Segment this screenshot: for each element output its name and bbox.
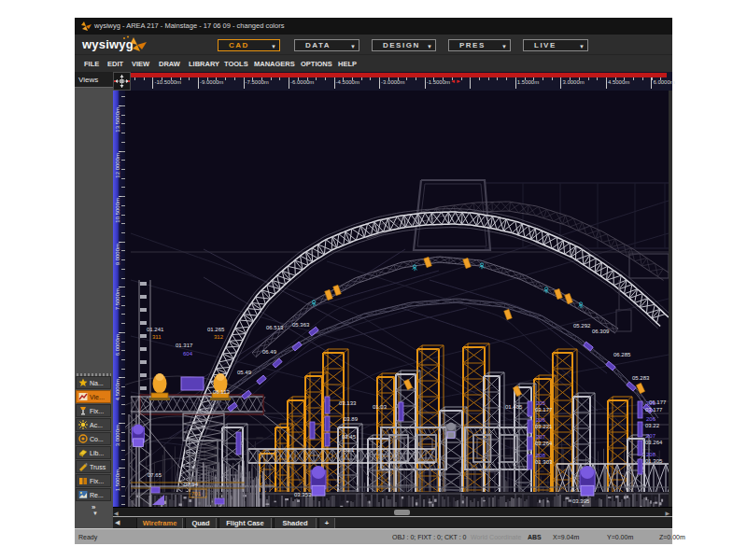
svg-text:07.94: 07.94 (184, 482, 199, 487)
svg-text:01.405: 01.405 (505, 404, 523, 410)
svg-text:03.133: 03.133 (339, 400, 357, 406)
svg-text:311: 311 (152, 334, 162, 340)
svg-text:208: 208 (536, 453, 546, 458)
svg-text:03.221: 03.221 (535, 424, 553, 429)
svg-text:03.264: 03.264 (645, 440, 663, 445)
svg-text:01.305: 01.305 (645, 458, 663, 464)
svg-text:03.89: 03.89 (344, 416, 359, 422)
svg-text:208: 208 (646, 452, 656, 457)
svg-text:206: 206 (646, 416, 656, 422)
svg-text:05.292: 05.292 (573, 323, 591, 329)
svg-text:03.353: 03.353 (294, 492, 312, 497)
svg-text:03.1: 03.1 (344, 447, 355, 453)
svg-text:701: 701 (191, 491, 202, 497)
svg-text:06.113: 06.113 (213, 389, 231, 395)
svg-text:06.513: 06.513 (266, 325, 284, 330)
svg-text:604: 604 (183, 351, 193, 357)
svg-text:05.49: 05.49 (237, 370, 252, 375)
svg-text:05.283: 05.283 (632, 375, 650, 381)
svg-text:03.22: 03.22 (645, 423, 660, 428)
svg-text:06.285: 06.285 (613, 352, 631, 357)
svg-text:01.03: 01.03 (373, 404, 388, 410)
svg-text:03.264: 03.264 (535, 441, 553, 446)
svg-text:01.303: 01.303 (535, 459, 553, 465)
svg-text:312: 312 (214, 334, 224, 340)
svg-text:03.177: 03.177 (645, 407, 663, 413)
svg-text:205: 205 (536, 400, 546, 406)
svg-text:05.363: 05.363 (292, 322, 310, 328)
svg-text:06.49: 06.49 (262, 349, 277, 355)
svg-text:01.265: 01.265 (207, 327, 225, 332)
svg-text:06.309: 06.309 (592, 329, 610, 334)
svg-text:03.177: 03.177 (535, 407, 553, 413)
svg-text:01.317: 01.317 (176, 343, 193, 348)
svg-text:03.395: 03.395 (572, 498, 590, 504)
svg-text:01.241: 01.241 (147, 327, 164, 332)
svg-text:205: 205 (646, 400, 656, 406)
svg-text:07.65: 07.65 (148, 472, 162, 478)
svg-text:03.45: 03.45 (342, 434, 357, 440)
svg-text:207: 207 (536, 434, 546, 440)
svg-text:207: 207 (646, 433, 656, 439)
svg-text:206: 206 (536, 417, 546, 423)
